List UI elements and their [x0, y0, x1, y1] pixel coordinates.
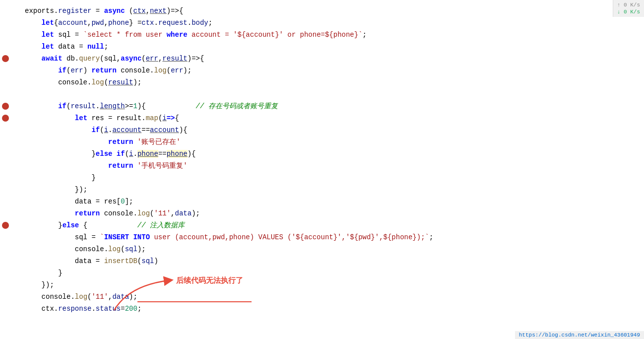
line-content-24: }); — [20, 279, 54, 290]
code-line-18: return console.log('11',data); — [0, 207, 644, 219]
code-line-19: }else { // 注入数据库 — [0, 219, 644, 231]
line-content-3: let sql = `select * from user where acco… — [20, 29, 367, 40]
breakpoint-9 — [2, 103, 9, 110]
code-line-11: if(i.account==account){ — [0, 124, 644, 136]
line-content-26: ctx.response.status=200; — [20, 303, 141, 314]
code-line-26: ctx.response.status=200; — [0, 303, 644, 315]
code-line-10: let res = result.map(i=>{ — [0, 112, 644, 124]
line-content-8 — [20, 89, 29, 100]
line-content-2: let{account,pwd,phone} =ctx.request.body… — [20, 17, 212, 28]
line-content-16: }); — [20, 184, 87, 195]
url-text: https://blog.csdn.net/weixin_43601949 — [519, 332, 640, 338]
line-content-22: data = insertDB(sql) — [20, 256, 158, 267]
breakpoint-10 — [2, 115, 9, 122]
code-line-4: let data = null; — [0, 41, 644, 53]
line-content-14: return '手机号码重复' — [20, 160, 188, 171]
code-line-7: console.log(result); — [0, 76, 644, 88]
code-line-3: let sql = `select * from user where acco… — [0, 29, 644, 41]
line-content-20: sql = `INSERT INTO user (account,pwd,pho… — [20, 232, 433, 243]
line-content-9: if(result.length>=1){ // 存在号码或者账号重复 — [20, 101, 278, 112]
code-line-15: } — [0, 172, 644, 184]
code-editor: ↑ 0 K/s ↓ 0 K/s exports.register = async… — [0, 0, 644, 339]
line-content-12: return '账号已存在' — [20, 136, 181, 147]
code-line-6: if(err) return console.log(err); — [0, 65, 644, 76]
breakpoint-19 — [2, 222, 9, 229]
code-line-23: } — [0, 267, 644, 279]
code-line-17: data = res[0]; — [0, 196, 644, 207]
line-content-1: exports.register = async (ctx,next)=>{ — [20, 5, 183, 16]
code-line-24: }); — [0, 279, 644, 291]
code-line-22: data = insertDB(sql) — [0, 255, 644, 267]
line-content-5: await db.query(sql,async(err,result)=>{ — [20, 53, 204, 64]
code-line-1: exports.register = async (ctx,next)=>{ — [0, 5, 644, 17]
code-line-16: }); — [0, 184, 644, 196]
line-content-11: if(i.account==account){ — [20, 125, 188, 136]
url-bar: https://blog.csdn.net/weixin_43601949 — [515, 331, 644, 339]
line-content-10: let res = result.map(i=>{ — [20, 113, 179, 124]
code-line-5: await db.query(sql,async(err,result)=>{ — [0, 53, 644, 65]
line-content-7: console.log(result); — [20, 77, 141, 88]
code-line-13: }else if(i.phone==phone){ — [0, 148, 644, 160]
line-content-19: }else { // 注入数据库 — [20, 220, 185, 231]
line-content-4: let data = null; — [20, 41, 108, 52]
breakpoint-5 — [2, 55, 9, 62]
line-content-17: data = res[0]; — [20, 196, 133, 207]
code-line-12: return '账号已存在' — [0, 136, 644, 148]
code-line-2: let{account,pwd,phone} =ctx.request.body… — [0, 17, 644, 29]
code-line-8 — [0, 88, 644, 100]
line-content-6: if(err) return console.log(err); — [20, 65, 192, 76]
line-content-23: } — [20, 268, 63, 278]
code-line-14: return '手机号码重复' — [0, 160, 644, 172]
line-content-25: console.log('11',data); — [20, 291, 252, 302]
code-line-20: sql = `INSERT INTO user (account,pwd,pho… — [0, 231, 644, 243]
line-content-15: } — [20, 172, 96, 183]
code-line-9: if(result.length>=1){ // 存在号码或者账号重复 — [0, 100, 644, 112]
line-content-21: console.log(sql); — [20, 244, 146, 255]
code-line-25: console.log('11',data); — [0, 291, 644, 303]
line-content-18: return console.log('11',data); — [20, 208, 200, 219]
code-line-21: console.log(sql); — [0, 243, 644, 255]
line-content-13: }else if(i.phone==phone){ — [20, 148, 196, 159]
